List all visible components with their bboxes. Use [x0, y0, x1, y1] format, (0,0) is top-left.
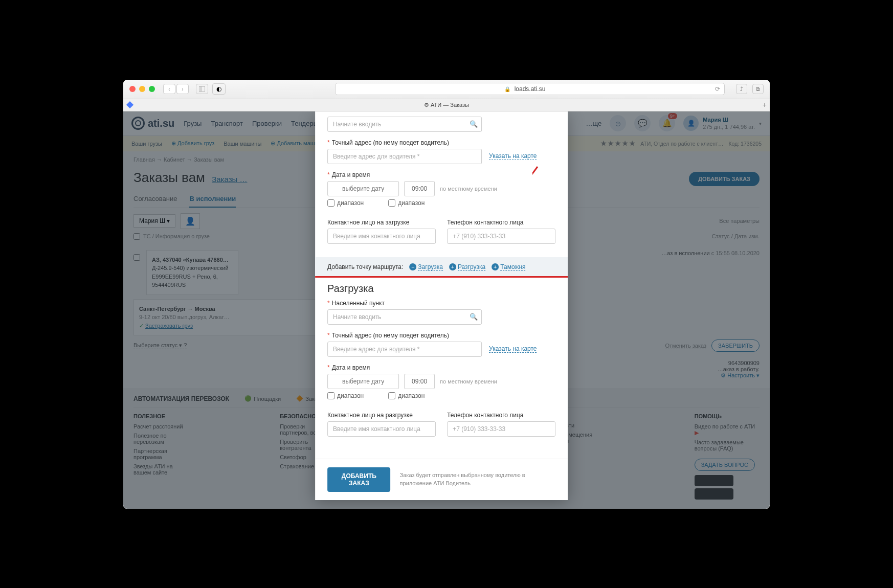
titlebar: ‹ › ◐ 🔒 loads.ati.su ⟳ ⤴ ⧉ [123, 80, 770, 99]
lock-icon: 🔒 [504, 86, 510, 92]
loading-contact-input[interactable] [327, 229, 436, 244]
unloading-time-input[interactable] [404, 374, 435, 389]
sidebar-toggle-icon[interactable] [196, 84, 208, 94]
tz-note: по местному времени [440, 378, 497, 385]
add-customs-point[interactable]: Таможня [500, 263, 525, 271]
new-tab-button[interactable]: + [763, 101, 767, 109]
loading-map-link[interactable]: Указать на карте [489, 152, 537, 160]
url-bar[interactable]: 🔒 loads.ati.su ⟳ [335, 83, 725, 95]
maximize-window-icon[interactable] [149, 86, 155, 92]
forward-button[interactable]: › [176, 84, 189, 94]
loading-time-input[interactable] [404, 181, 435, 196]
submit-order-button[interactable]: ДОБАВИТЬ ЗАКАЗ [327, 467, 390, 492]
share-icon[interactable]: ⤴ [736, 84, 747, 94]
submit-note: Заказ будет отправлен выбранному водител… [400, 471, 556, 487]
plus-icon: + [492, 263, 499, 270]
loading-city-input[interactable] [327, 117, 482, 132]
loading-date-input[interactable] [327, 181, 399, 196]
reload-icon[interactable]: ⟳ [715, 85, 720, 93]
back-button[interactable]: ‹ [163, 84, 175, 94]
unloading-date-range-checkbox[interactable]: диапазон [327, 392, 364, 399]
tz-note: по местному времени [440, 186, 497, 192]
minimize-window-icon[interactable] [139, 86, 145, 92]
url-text: loads.ati.su [515, 85, 546, 93]
search-icon: 🔍 [470, 313, 478, 321]
highlight-line [315, 276, 568, 278]
loading-address-input[interactable] [327, 149, 482, 164]
plus-icon: + [449, 263, 456, 270]
add-loading-point[interactable]: Загрузка [418, 263, 443, 271]
browser-window: ‹ › ◐ 🔒 loads.ati.su ⟳ ⤴ ⧉ ⚙ АТИ — Заказ… [123, 80, 770, 509]
unloading-address-input[interactable] [327, 342, 482, 357]
plus-icon: + [409, 263, 416, 270]
unloading-map-link[interactable]: Указать на карте [489, 345, 537, 353]
modal-footer: ДОБАВИТЬ ЗАКАЗ Заказ будет отправлен выб… [315, 459, 568, 500]
add-unloading-point[interactable]: Разгрузка [458, 263, 485, 271]
route-point-bar: Добавить точку маршрута: +Загрузка +Разг… [315, 257, 568, 277]
loading-time-range-checkbox[interactable]: диапазон [388, 199, 425, 207]
unloading-city-input[interactable] [327, 309, 482, 325]
unloading-title: Разгрузка [327, 283, 555, 295]
loading-date-range-checkbox[interactable]: диапазон [327, 199, 364, 207]
reader-icon[interactable]: ◐ [212, 83, 226, 95]
unloading-date-input[interactable] [327, 374, 399, 389]
search-icon: 🔍 [470, 120, 478, 128]
window-controls [129, 86, 155, 92]
tab-title[interactable]: ⚙ АТИ — Заказы [424, 102, 469, 108]
unloading-phone-input[interactable] [447, 421, 555, 437]
tabs-icon[interactable]: ⧉ [752, 84, 764, 94]
pinned-tab-icon[interactable] [126, 101, 133, 108]
order-modal: 🔍 *Точный адрес (по нему поедет водитель… [315, 111, 568, 500]
close-window-icon[interactable] [129, 86, 136, 92]
unloading-time-range-checkbox[interactable]: диапазон [388, 392, 425, 399]
svg-rect-0 [199, 86, 205, 92]
tabbar: ⚙ АТИ — Заказы + [123, 99, 770, 111]
unloading-contact-input[interactable] [327, 421, 436, 437]
loading-phone-input[interactable] [447, 229, 555, 244]
